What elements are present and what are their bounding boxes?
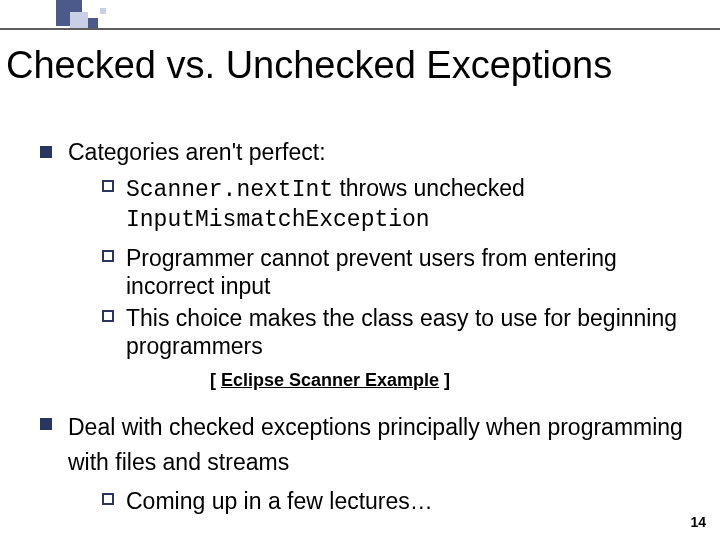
code-scanner-nextint: Scanner.nextInt [126,177,333,203]
hollow-square-icon [102,310,114,322]
bullet-categories: Categories aren't perfect: [40,138,690,166]
bracket-left: [ [210,370,221,390]
hollow-square-icon [102,250,114,262]
sub-text: This choice makes the class easy to use … [126,305,677,359]
bracket-right: ] [439,370,450,390]
text-throws: throws unchecked [333,175,525,201]
hollow-square-icon [102,180,114,192]
page-number: 14 [690,514,706,530]
sub-text: Coming up in a few lectures… [126,488,433,514]
subbullet-scanner: Scanner.nextInt throws unchecked InputMi… [102,174,690,234]
bullet-text: Categories aren't perfect: [68,138,690,166]
sub-text: Programmer cannot prevent users from ent… [126,245,617,299]
bullet-text: Deal with checked exceptions principally… [68,410,690,479]
slide-title: Checked vs. Unchecked Exceptions [6,44,612,87]
subbullet-programmer: Programmer cannot prevent users from ent… [102,244,690,300]
subbullet-choice: This choice makes the class easy to use … [102,304,690,360]
hollow-square-icon [102,493,114,505]
bullet-deal-with: Deal with checked exceptions principally… [40,410,690,479]
square-bullet-icon [40,418,52,430]
subbullet-coming: Coming up in a few lectures… [102,487,690,515]
code-inputmismatch: InputMismatchException [126,207,430,233]
eclipse-example-link[interactable]: Eclipse Scanner Example [221,370,439,390]
example-link-row: [ Eclipse Scanner Example ] [210,370,690,392]
square-bullet-icon [40,146,52,158]
slide-body: Categories aren't perfect: Scanner.nextI… [40,138,690,515]
